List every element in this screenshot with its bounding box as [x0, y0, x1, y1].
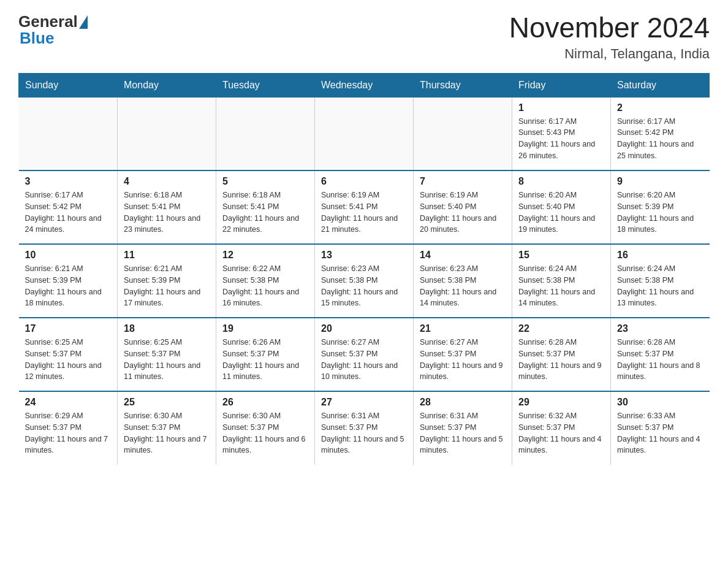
- day-number: 5: [222, 176, 308, 187]
- day-number: 13: [321, 250, 407, 261]
- day-info: Sunrise: 6:20 AM Sunset: 5:40 PM Dayligh…: [518, 190, 604, 236]
- day-number: 30: [617, 397, 703, 408]
- day-info: Sunrise: 6:24 AM Sunset: 5:38 PM Dayligh…: [518, 263, 604, 309]
- day-number: 29: [518, 397, 604, 408]
- calendar-day-cell: 24Sunrise: 6:29 AM Sunset: 5:37 PM Dayli…: [19, 391, 118, 465]
- day-number: 3: [25, 176, 112, 187]
- day-of-week-header: Sunday: [19, 73, 118, 97]
- calendar-header-row: SundayMondayTuesdayWednesdayThursdayFrid…: [19, 73, 710, 97]
- title-section: November 2024 Nirmal, Telangana, India: [509, 12, 710, 62]
- day-info: Sunrise: 6:17 AM Sunset: 5:43 PM Dayligh…: [518, 116, 604, 162]
- day-of-week-header: Monday: [118, 73, 216, 97]
- calendar-day-cell: 17Sunrise: 6:25 AM Sunset: 5:37 PM Dayli…: [19, 318, 118, 391]
- day-info: Sunrise: 6:32 AM Sunset: 5:37 PM Dayligh…: [518, 410, 604, 456]
- calendar-day-cell: 13Sunrise: 6:23 AM Sunset: 5:38 PM Dayli…: [315, 244, 414, 318]
- day-number: 24: [25, 397, 112, 408]
- logo: General Blue: [18, 12, 88, 48]
- day-info: Sunrise: 6:24 AM Sunset: 5:38 PM Dayligh…: [617, 263, 703, 309]
- day-number: 18: [124, 323, 210, 334]
- day-number: 4: [124, 176, 210, 187]
- calendar-day-cell: [19, 97, 118, 170]
- logo-triangle-icon: [79, 15, 88, 29]
- day-info: Sunrise: 6:29 AM Sunset: 5:37 PM Dayligh…: [25, 410, 112, 456]
- calendar-day-cell: 8Sunrise: 6:20 AM Sunset: 5:40 PM Daylig…: [512, 170, 611, 244]
- day-info: Sunrise: 6:25 AM Sunset: 5:37 PM Dayligh…: [124, 337, 210, 383]
- calendar-table: SundayMondayTuesdayWednesdayThursdayFrid…: [18, 73, 710, 465]
- calendar-day-cell: 22Sunrise: 6:28 AM Sunset: 5:37 PM Dayli…: [512, 318, 611, 391]
- day-number: 6: [321, 176, 407, 187]
- day-number: 11: [124, 250, 210, 261]
- calendar-week-row: 24Sunrise: 6:29 AM Sunset: 5:37 PM Dayli…: [19, 391, 710, 465]
- calendar-day-cell: 29Sunrise: 6:32 AM Sunset: 5:37 PM Dayli…: [512, 391, 611, 465]
- day-number: 16: [617, 250, 703, 261]
- calendar-day-cell: 14Sunrise: 6:23 AM Sunset: 5:38 PM Dayli…: [414, 244, 512, 318]
- day-info: Sunrise: 6:18 AM Sunset: 5:41 PM Dayligh…: [124, 190, 210, 236]
- day-number: 26: [222, 397, 308, 408]
- page-header: General Blue November 2024 Nirmal, Telan…: [18, 12, 710, 62]
- day-info: Sunrise: 6:30 AM Sunset: 5:37 PM Dayligh…: [124, 410, 210, 456]
- calendar-day-cell: 18Sunrise: 6:25 AM Sunset: 5:37 PM Dayli…: [118, 318, 216, 391]
- day-number: 7: [420, 176, 506, 187]
- calendar-week-row: 1Sunrise: 6:17 AM Sunset: 5:43 PM Daylig…: [19, 97, 710, 170]
- calendar-day-cell: 2Sunrise: 6:17 AM Sunset: 5:42 PM Daylig…: [611, 97, 710, 170]
- day-number: 2: [617, 102, 703, 113]
- day-info: Sunrise: 6:19 AM Sunset: 5:40 PM Dayligh…: [420, 190, 506, 236]
- calendar-week-row: 17Sunrise: 6:25 AM Sunset: 5:37 PM Dayli…: [19, 318, 710, 391]
- calendar-day-cell: 12Sunrise: 6:22 AM Sunset: 5:38 PM Dayli…: [216, 244, 315, 318]
- calendar-day-cell: 19Sunrise: 6:26 AM Sunset: 5:37 PM Dayli…: [216, 318, 315, 391]
- calendar-day-cell: [414, 97, 512, 170]
- day-number: 14: [420, 250, 506, 261]
- day-number: 23: [617, 323, 703, 334]
- day-number: 22: [518, 323, 604, 334]
- day-info: Sunrise: 6:17 AM Sunset: 5:42 PM Dayligh…: [25, 190, 112, 236]
- day-number: 25: [124, 397, 210, 408]
- calendar-day-cell: 25Sunrise: 6:30 AM Sunset: 5:37 PM Dayli…: [118, 391, 216, 465]
- day-number: 9: [617, 176, 703, 187]
- day-info: Sunrise: 6:18 AM Sunset: 5:41 PM Dayligh…: [222, 190, 308, 236]
- day-info: Sunrise: 6:30 AM Sunset: 5:37 PM Dayligh…: [222, 410, 308, 456]
- calendar-day-cell: 15Sunrise: 6:24 AM Sunset: 5:38 PM Dayli…: [512, 244, 611, 318]
- day-info: Sunrise: 6:21 AM Sunset: 5:39 PM Dayligh…: [25, 263, 112, 309]
- day-info: Sunrise: 6:19 AM Sunset: 5:41 PM Dayligh…: [321, 190, 407, 236]
- calendar-day-cell: 1Sunrise: 6:17 AM Sunset: 5:43 PM Daylig…: [512, 97, 611, 170]
- day-info: Sunrise: 6:23 AM Sunset: 5:38 PM Dayligh…: [321, 263, 407, 309]
- location-subtitle: Nirmal, Telangana, India: [509, 46, 710, 62]
- calendar-day-cell: 16Sunrise: 6:24 AM Sunset: 5:38 PM Dayli…: [611, 244, 710, 318]
- calendar-day-cell: 7Sunrise: 6:19 AM Sunset: 5:40 PM Daylig…: [414, 170, 512, 244]
- day-number: 10: [25, 250, 112, 261]
- day-info: Sunrise: 6:25 AM Sunset: 5:37 PM Dayligh…: [25, 337, 112, 383]
- day-number: 12: [222, 250, 308, 261]
- day-info: Sunrise: 6:31 AM Sunset: 5:37 PM Dayligh…: [321, 410, 407, 456]
- day-number: 17: [25, 323, 112, 334]
- calendar-day-cell: 27Sunrise: 6:31 AM Sunset: 5:37 PM Dayli…: [315, 391, 414, 465]
- day-info: Sunrise: 6:31 AM Sunset: 5:37 PM Dayligh…: [420, 410, 506, 456]
- calendar-day-cell: [118, 97, 216, 170]
- day-number: 20: [321, 323, 407, 334]
- logo-wordmark: General Blue: [18, 12, 88, 48]
- day-info: Sunrise: 6:23 AM Sunset: 5:38 PM Dayligh…: [420, 263, 506, 309]
- day-info: Sunrise: 6:22 AM Sunset: 5:38 PM Dayligh…: [222, 263, 308, 309]
- day-number: 1: [518, 102, 604, 113]
- day-info: Sunrise: 6:21 AM Sunset: 5:39 PM Dayligh…: [124, 263, 210, 309]
- calendar-day-cell: 21Sunrise: 6:27 AM Sunset: 5:37 PM Dayli…: [414, 318, 512, 391]
- day-info: Sunrise: 6:20 AM Sunset: 5:39 PM Dayligh…: [617, 190, 703, 236]
- calendar-day-cell: 23Sunrise: 6:28 AM Sunset: 5:37 PM Dayli…: [611, 318, 710, 391]
- day-number: 15: [518, 250, 604, 261]
- day-of-week-header: Wednesday: [315, 73, 414, 97]
- month-title: November 2024: [509, 12, 710, 44]
- calendar-day-cell: [216, 97, 315, 170]
- calendar-day-cell: 9Sunrise: 6:20 AM Sunset: 5:39 PM Daylig…: [611, 170, 710, 244]
- calendar-day-cell: 26Sunrise: 6:30 AM Sunset: 5:37 PM Dayli…: [216, 391, 315, 465]
- calendar-day-cell: 20Sunrise: 6:27 AM Sunset: 5:37 PM Dayli…: [315, 318, 414, 391]
- calendar-day-cell: 28Sunrise: 6:31 AM Sunset: 5:37 PM Dayli…: [414, 391, 512, 465]
- day-info: Sunrise: 6:27 AM Sunset: 5:37 PM Dayligh…: [420, 337, 506, 383]
- calendar-day-cell: [315, 97, 414, 170]
- day-info: Sunrise: 6:27 AM Sunset: 5:37 PM Dayligh…: [321, 337, 407, 383]
- day-number: 8: [518, 176, 604, 187]
- calendar-day-cell: 4Sunrise: 6:18 AM Sunset: 5:41 PM Daylig…: [118, 170, 216, 244]
- day-info: Sunrise: 6:28 AM Sunset: 5:37 PM Dayligh…: [518, 337, 604, 383]
- calendar-day-cell: 5Sunrise: 6:18 AM Sunset: 5:41 PM Daylig…: [216, 170, 315, 244]
- day-number: 21: [420, 323, 506, 334]
- calendar-day-cell: 3Sunrise: 6:17 AM Sunset: 5:42 PM Daylig…: [19, 170, 118, 244]
- day-number: 27: [321, 397, 407, 408]
